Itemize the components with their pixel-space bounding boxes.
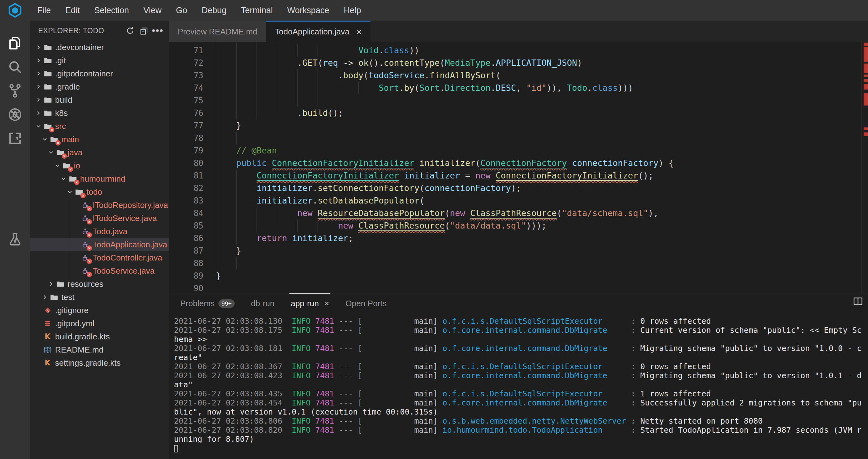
- close-icon[interactable]: ×: [356, 28, 362, 36]
- files-icon[interactable]: [0, 31, 30, 55]
- code-line-79: 79 // @Bean: [169, 144, 868, 157]
- tree-item-src[interactable]: × src: [30, 120, 169, 133]
- error-mark: [864, 127, 868, 130]
- tree-item-todoapplication-java[interactable]: × TodoApplication.java: [30, 238, 169, 251]
- error-badge: ×: [87, 272, 92, 277]
- chevron-down-icon: [48, 149, 55, 156]
- debug-disabled-icon[interactable]: [0, 103, 30, 126]
- layout-icon[interactable]: [0, 126, 30, 150]
- tree-item-main[interactable]: × main: [30, 133, 169, 146]
- terminal-line: 2021-06-27 02:03:08.181 INFO 7481 --- [ …: [174, 344, 868, 353]
- activity-bar: [0, 21, 30, 459]
- test-flask-icon[interactable]: [0, 227, 30, 251]
- tree-item-label: TodoApplication.java: [93, 240, 167, 250]
- menu-help[interactable]: Help: [336, 0, 368, 21]
- menu-bar: FileEditSelectionViewGoDebugTerminalWork…: [0, 0, 868, 21]
- folder-icon: [43, 56, 52, 65]
- folder-icon: [50, 293, 58, 302]
- tree-item-humourmind[interactable]: × humourmind: [30, 172, 169, 185]
- error-badge: ×: [74, 180, 80, 185]
- search-icon[interactable]: [0, 55, 30, 79]
- tree-item-java[interactable]: × java: [30, 146, 169, 159]
- source-control-icon[interactable]: [0, 79, 30, 103]
- chevron-right-icon: [35, 57, 42, 64]
- bottom-panel: Problems 99+ db-run app-run × Open Ports…: [169, 293, 868, 459]
- terminal-line: blic", now at version v1.0.1 (execution …: [174, 407, 868, 417]
- chevron-down-icon: [66, 189, 73, 195]
- error-badge: ×: [87, 246, 92, 251]
- tree-item-label: build: [55, 95, 72, 105]
- tree-item-label: build.gradle.kts: [55, 332, 110, 342]
- editor-tab-preview-readme-md[interactable]: Preview README.md: [169, 21, 266, 42]
- tree-item--gitpod-yml[interactable]: .gitpod.yml: [30, 317, 169, 330]
- menu-edit[interactable]: Edit: [58, 0, 87, 21]
- tree-item-todo[interactable]: × todo: [30, 185, 169, 199]
- error-badge: ×: [87, 219, 92, 225]
- tree-item--gitignore[interactable]: .gitignore: [30, 304, 169, 317]
- tree-item-io[interactable]: × io: [30, 159, 169, 172]
- terminal-line: [174, 444, 868, 453]
- menu-go[interactable]: Go: [169, 0, 194, 21]
- error-badge: ×: [62, 153, 67, 159]
- tree-item--devcontainer[interactable]: .devcontainer: [30, 41, 169, 54]
- tree-item-settings-gradle-kts[interactable]: K settings.gradle.kts: [30, 356, 169, 369]
- folder-icon: [43, 69, 52, 78]
- menu-file[interactable]: File: [30, 0, 58, 21]
- tree-item-label: settings.gradle.kts: [55, 358, 121, 368]
- tree-item--git[interactable]: .git: [30, 54, 169, 67]
- error-badge: ×: [55, 140, 61, 146]
- tree-item-itodoservice-java[interactable]: × ITodoService.java: [30, 212, 169, 225]
- tree-item-label: k8s: [55, 108, 68, 118]
- panel-tab-db-run[interactable]: db-run: [250, 293, 276, 313]
- editor-tab-todoapplication-java[interactable]: TodoApplication.java ×: [266, 21, 370, 42]
- panel-tab-label: Open Ports: [345, 299, 387, 308]
- refresh-icon[interactable]: [123, 24, 137, 37]
- chevron-down-icon: [60, 175, 67, 182]
- tree-item-todoservice-java[interactable]: × TodoService.java: [30, 264, 169, 278]
- tree-item-test[interactable]: test: [30, 291, 169, 304]
- tree-item-label: .gradle: [55, 82, 80, 92]
- chevron-right-icon: [41, 294, 48, 300]
- tree-item-todo-java[interactable]: × Todo.java: [30, 225, 169, 238]
- menu-view[interactable]: View: [136, 0, 169, 21]
- code-line-75: 75: [169, 94, 868, 107]
- tree-item-label: .gitpod.yml: [55, 319, 94, 328]
- tree-item-todocontroller-java[interactable]: × TodoController.java: [30, 251, 169, 264]
- menu-terminal[interactable]: Terminal: [234, 0, 280, 21]
- menu-selection[interactable]: Selection: [87, 0, 136, 21]
- tree-item-k8s[interactable]: k8s: [30, 107, 169, 120]
- panel-tab-app-run[interactable]: app-run ×: [289, 293, 331, 313]
- terminal-line: ata": [174, 380, 868, 389]
- panel-tab-label: db-run: [251, 299, 274, 308]
- tree-item-build-gradle-kts[interactable]: K build.gradle.kts: [30, 330, 169, 343]
- split-panel-icon[interactable]: [852, 296, 864, 308]
- terminal-line: 2021-06-27 02:03:08.806 INFO 7481 --- [ …: [174, 417, 868, 426]
- collapse-all-icon[interactable]: [137, 24, 151, 37]
- code-line-80: 80 public ConnectionFactoryInitializer i…: [169, 157, 868, 169]
- tree-item-itodorepository-java[interactable]: × ITodoRepository.java: [30, 199, 169, 212]
- menu-debug[interactable]: Debug: [194, 0, 234, 21]
- tree-item-resources[interactable]: resources: [30, 278, 169, 291]
- error-mark: [864, 93, 868, 106]
- tree-item-build[interactable]: build: [30, 93, 169, 107]
- explorer-sidebar: EXPLORER: TODO ••• .devcontainer .git .g…: [30, 21, 169, 459]
- close-icon[interactable]: ×: [324, 299, 329, 308]
- panel-tab-open-ports[interactable]: Open Ports: [344, 293, 388, 313]
- overview-ruler[interactable]: [863, 0, 868, 293]
- terminal-output[interactable]: 2021-06-27 02:03:08.130 INFO 7481 --- [ …: [174, 317, 868, 459]
- tree-item-label: io: [74, 161, 80, 171]
- tree-item--gradle[interactable]: .gradle: [30, 80, 169, 93]
- code-line-83: 83 initializer.setDatabasePopulator(: [169, 195, 868, 207]
- panel-tab-label: Problems: [180, 299, 215, 308]
- code-editor[interactable]: .POST(req -> ok().body(todoService.save(…: [169, 42, 868, 293]
- more-actions-icon[interactable]: •••: [151, 24, 164, 37]
- tree-item-readme-md[interactable]: README.md: [30, 343, 169, 356]
- menu-workspace[interactable]: Workspace: [280, 0, 337, 21]
- gradle-kts-icon: K: [45, 332, 51, 341]
- tree-item-label: README.md: [55, 345, 103, 355]
- chevron-down-icon: [35, 123, 42, 130]
- tree-indent-guide: [70, 200, 70, 298]
- panel-tab-problems[interactable]: Problems 99+: [179, 293, 236, 313]
- tree-item--gitpodcontainer[interactable]: .gitpodcontainer: [30, 67, 169, 80]
- code-line-85: 85 new ClassPathResource("data/data.sql"…: [169, 220, 868, 232]
